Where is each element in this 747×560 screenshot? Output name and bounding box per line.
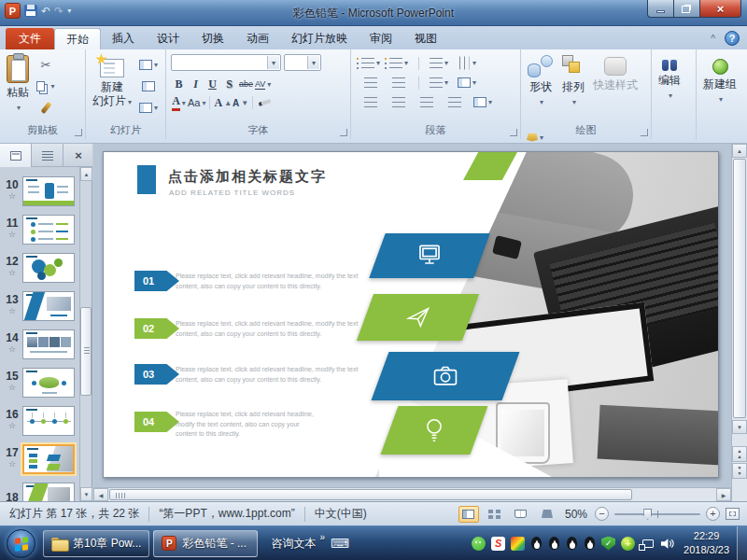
scroll-down-button[interactable]: ▼ <box>732 420 747 434</box>
scroll-left-button[interactable]: ◀ <box>93 488 108 501</box>
tab-transitions[interactable]: 切换 <box>190 28 235 49</box>
layout-button[interactable]: ▾ <box>137 55 160 74</box>
slide-thumbnail-14[interactable]: 14☆ <box>0 325 80 363</box>
taskbar-clock[interactable]: 22:29 2018/3/23 <box>684 529 729 557</box>
wechat-icon[interactable] <box>472 537 486 551</box>
slide-thumbnail-13[interactable]: 13☆ <box>0 287 80 325</box>
item-tag-01[interactable]: 01 <box>134 271 179 291</box>
security-shield-icon[interactable]: ✓ <box>601 537 615 551</box>
slideshow-button[interactable] <box>537 506 557 523</box>
tab-file[interactable]: 文件 <box>6 28 54 49</box>
align-left-button[interactable] <box>359 93 382 112</box>
slide-thumbnail-11[interactable]: 11☆ <box>0 210 80 248</box>
clear-formatting-button[interactable] <box>257 94 273 111</box>
slide-thumbnail-17-selected[interactable]: 17☆ <box>0 440 80 478</box>
previous-slide-button[interactable]: ▲▲ <box>732 446 747 462</box>
vertical-scrollbar[interactable]: ▲ ▼ ▲▲ ▼▼ <box>731 144 747 501</box>
section-button[interactable]: ▾ <box>137 98 160 117</box>
camera-shape[interactable] <box>372 352 520 400</box>
qq-icon-2[interactable] <box>548 537 560 551</box>
line-spacing-button[interactable]: ▾ <box>428 54 450 73</box>
lightbulb-shape[interactable] <box>381 406 488 455</box>
align-center-button[interactable] <box>388 93 410 112</box>
font-size-select[interactable]: ▾ <box>284 54 321 71</box>
reading-view-button[interactable] <box>511 506 531 523</box>
format-painter-button[interactable] <box>35 98 57 117</box>
tab-view[interactable]: 视图 <box>403 28 448 49</box>
slide-thumbnail-15[interactable]: 15☆ <box>0 363 80 401</box>
arrange-button[interactable]: 排列▾ <box>557 53 589 126</box>
slide-title[interactable]: 点击添加相关标题文字 <box>168 168 327 186</box>
quick-styles-button[interactable]: 快速样式 <box>589 53 641 126</box>
item-text-04[interactable]: Please replace text, click add relevant … <box>176 410 316 440</box>
paper-plane-shape[interactable] <box>357 294 479 341</box>
slide-sorter-button[interactable] <box>485 506 505 523</box>
slide-thumbnail-12[interactable]: 12☆ <box>0 248 80 287</box>
new-group-button[interactable]: 新建组▾ <box>699 53 740 126</box>
rainbow-app-icon[interactable] <box>511 537 525 551</box>
language-bar[interactable]: 咨询文本 » <box>271 536 325 552</box>
sidebar-scroll-down-button[interactable]: ▼ <box>80 487 92 501</box>
qq-icon-3[interactable] <box>566 537 578 551</box>
monitor-shape[interactable] <box>369 233 489 278</box>
horizontal-scrollbar[interactable]: ◀ ▶ <box>93 487 731 501</box>
vertical-scroll-thumb[interactable] <box>733 159 746 418</box>
outline-tab[interactable] <box>32 144 63 167</box>
minimize-button[interactable] <box>647 0 674 18</box>
zoom-slider-thumb[interactable] <box>643 509 652 520</box>
qq-icon-1[interactable] <box>530 537 543 551</box>
bold-button[interactable]: B <box>171 76 187 92</box>
qq-icon-4[interactable] <box>584 537 596 551</box>
sidebar-scroll-up-button[interactable]: ▲ <box>80 167 92 181</box>
tab-review[interactable]: 审阅 <box>359 28 403 49</box>
tab-slideshow[interactable]: 幻灯片放映 <box>280 28 359 49</box>
copy-button[interactable]: ▾ <box>35 77 57 95</box>
sidebar-scroll-thumb[interactable] <box>80 307 92 396</box>
grow-font-button[interactable]: A▲ <box>214 94 232 111</box>
sidebar-scrollbar[interactable]: ▲ ▼ <box>79 167 92 501</box>
new-slide-button[interactable]: 新建幻灯片▾ <box>89 53 135 126</box>
taskbar-folder-task[interactable]: 第10章 Pow... <box>43 530 149 557</box>
text-direction-button[interactable]: ▾ <box>456 54 478 73</box>
item-text-01[interactable]: Please replace text, click add relevant … <box>176 272 370 291</box>
slide-thumbnail-10[interactable]: 10☆ <box>0 172 80 210</box>
paste-button[interactable]: 粘贴▾ <box>3 53 33 126</box>
next-slide-button[interactable]: ▼▼ <box>732 463 747 479</box>
sogou-icon[interactable]: S <box>491 537 505 551</box>
char-spacing-button[interactable]: AV▾ <box>255 76 271 92</box>
font-name-select[interactable]: ▾ <box>171 54 281 71</box>
normal-view-button[interactable] <box>458 506 479 523</box>
tab-home[interactable]: 开始 <box>54 28 101 49</box>
tab-insert[interactable]: 插入 <box>101 28 146 49</box>
font-color-button[interactable]: A▾ <box>171 94 187 111</box>
underline-button[interactable]: U <box>204 76 220 92</box>
shapes-button[interactable]: 形状▾ <box>524 53 557 126</box>
align-right-button[interactable] <box>416 93 438 112</box>
italic-button[interactable]: I <box>188 76 204 92</box>
smartart-convert-button[interactable]: ▾ <box>472 93 494 112</box>
language-indicator[interactable]: 中文(中国) <box>305 506 376 522</box>
decrease-indent-button[interactable] <box>359 74 382 92</box>
close-button[interactable]: × <box>699 0 741 18</box>
slides-tab[interactable] <box>0 144 32 167</box>
keyboard-icon[interactable]: ⌨ <box>331 536 349 551</box>
cut-button[interactable]: ✂ <box>35 55 57 74</box>
change-case-button[interactable]: Aa▾ <box>188 94 205 111</box>
help-button[interactable]: ? <box>725 31 740 46</box>
boost-orb-icon[interactable]: + <box>621 537 635 551</box>
font-dialog-launcher[interactable] <box>340 129 347 136</box>
slide-subtitle[interactable]: ADD RELATED TITLE WORDS <box>169 189 295 197</box>
increase-indent-button[interactable] <box>388 74 410 92</box>
slide-thumbnail-18[interactable]: 18 <box>0 478 80 501</box>
shrink-font-button[interactable]: A▼ <box>233 94 248 111</box>
zoom-percent[interactable]: 50% <box>565 508 587 521</box>
volume-icon[interactable] <box>660 537 674 551</box>
justify-button[interactable] <box>444 93 466 112</box>
slide-thumbnail-16[interactable]: 16☆ <box>0 401 80 440</box>
paragraph-dialog-launcher[interactable] <box>510 129 517 136</box>
collapse-ribbon-icon[interactable]: ^ <box>711 34 715 44</box>
taskbar-powerpoint-task[interactable]: P 彩色铅笔 - ... <box>153 530 258 557</box>
drawing-dialog-launcher[interactable] <box>641 129 648 136</box>
show-desktop-button[interactable] <box>737 526 747 560</box>
tab-design[interactable]: 设计 <box>146 28 190 49</box>
